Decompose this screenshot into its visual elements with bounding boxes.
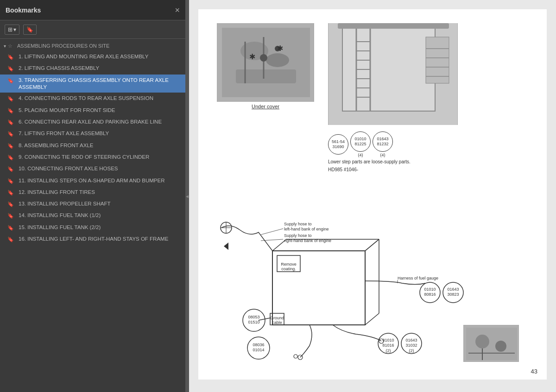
section-header: ▾ ☆ ASSEMBLING PROCEDURES ON SITE <box>0 41 185 51</box>
svg-line-47 <box>261 229 283 235</box>
svg-text:left-hand bank of engine: left-hand bank of engine <box>284 227 329 231</box>
bookmark-item-9[interactable]: 🔖9. CONNECTING TIE ROD OF STEERING CYLIN… <box>0 151 185 163</box>
bookmark-ribbon-icon: 🔖 <box>7 166 15 172</box>
resize-handle[interactable] <box>185 0 189 392</box>
view-options-button[interactable]: ⊞ ▾ <box>5 25 19 35</box>
bookmark-item-5[interactable]: 🔖5. PLACING MOUNT FOR FRONT SIDE <box>0 105 185 116</box>
bookmark-ribbon-icon: 🔖 <box>7 54 15 60</box>
bookmark-item-16[interactable]: 🔖16. INSTALLING LEFT- AND RIGHT-HAND STA… <box>0 233 185 245</box>
svg-text:✱: ✱ <box>249 53 255 61</box>
bookmarks-list: ▾ ☆ ASSEMBLING PROCEDURES ON SITE 🔖1. LI… <box>0 39 185 392</box>
svg-rect-74 <box>466 328 517 360</box>
bookmark-ribbon-icon: 🔖 <box>7 119 15 125</box>
bookmark-item-label: 6. CONNECTING REAR AXLE AND PARKING BRAK… <box>19 118 182 125</box>
bookmark-item-4[interactable]: 🔖4. CONNECTING RODS TO REAR AXLE SUSPENS… <box>0 93 185 104</box>
svg-text:01510: 01510 <box>248 320 259 324</box>
svg-text:Ground: Ground <box>270 316 284 320</box>
sidebar: Bookmarks × ⊞ ▾ 🔖 ▾ ☆ ASSEMBLING PROCEDU… <box>0 0 185 392</box>
under-cover-image-area: ✱ ✱ Under cover <box>217 23 314 109</box>
bookmark-item-11[interactable]: 🔖11. INSTALLING STEPS ON A-SHAPED ARM AN… <box>0 175 185 187</box>
svg-text:81016: 81016 <box>382 343 394 348</box>
bookmark-item-label: 8. ASSEMBLING FRONT AXLE <box>19 142 182 149</box>
svg-text:01010: 01010 <box>382 338 394 342</box>
svg-text:01643: 01643 <box>405 338 417 342</box>
bookmark-ribbon-icon: 🔖 <box>7 77 15 84</box>
svg-marker-44 <box>224 243 228 250</box>
bookmark-ribbon-icon: 🔖 <box>7 95 15 102</box>
bookmark-item-label: 4. CONNECTING RODS TO REAR AXLE SUSPENSI… <box>19 95 182 102</box>
right-structure-photo <box>328 23 458 125</box>
svg-point-7 <box>260 54 267 62</box>
bookmark-item-label: 11. INSTALLING STEPS ON A-SHAPED ARM AND… <box>19 177 182 184</box>
bookmark-add-button[interactable]: 🔖 <box>23 25 37 35</box>
bookmark-item-label: 1. LIFTING AND MOUNTING REAR AXLE ASSEMB… <box>19 53 182 60</box>
lower-step-note: Lower step parts are loose-supply parts. <box>328 159 411 164</box>
svg-text:01643: 01643 <box>447 287 459 292</box>
bookmark-item-15[interactable]: 🔖15. INSTALLING FUEL TANK (2/2) <box>0 222 185 233</box>
svg-text:08036: 08036 <box>253 342 264 347</box>
top-right-parts-area: 561-54 31690 01010 81225 (4) <box>328 128 458 172</box>
bookmark-item-12[interactable]: 🔖12. INSTALLING FRONT TIRES <box>0 187 185 198</box>
svg-text:✱: ✱ <box>277 44 283 52</box>
bookmark-ribbon-icon: 🔖 <box>7 143 15 149</box>
bottom-technical-diagram: Remove coating. Ground cable Supply hose… <box>217 191 476 362</box>
close-button[interactable]: × <box>175 6 180 14</box>
part-qty-4b: (4) <box>380 153 385 157</box>
bookmark-ribbon-icon: 🔖 <box>7 201 15 207</box>
bookmark-item-13[interactable]: 🔖13. INSTALLING PROPELLER SHAFT <box>0 198 185 210</box>
bookmark-ribbon-icon: 🔖 <box>7 212 15 219</box>
bookmark-item-label: 15. INSTALLING FUEL TANK (2/2) <box>19 224 182 231</box>
svg-text:30823: 30823 <box>447 292 459 297</box>
svg-text:right-hand bank of engine: right-hand bank of engine <box>284 238 331 243</box>
svg-point-76 <box>495 341 506 352</box>
part-badge-561: 561-54 31690 <box>328 134 348 155</box>
svg-point-75 <box>475 335 489 348</box>
bookmark-ribbon-icon: 🔖 <box>7 65 15 72</box>
sidebar-toolbar: ⊞ ▾ 🔖 <box>0 20 185 39</box>
expand-arrow-icon: ▾ <box>4 44 6 49</box>
bookmark-ribbon-icon: 🔖 <box>7 224 15 231</box>
hd-note: HD985 #1046- <box>328 167 458 172</box>
bookmark-ribbon-icon: 🔖 <box>7 236 15 243</box>
sidebar-title: Bookmarks <box>6 6 41 14</box>
svg-text:cable: cable <box>272 320 282 325</box>
svg-text:coating.: coating. <box>281 267 296 271</box>
top-right-part-numbers: 561-54 31690 01010 81225 (4) <box>328 131 458 157</box>
svg-text:31032: 31032 <box>405 343 417 348</box>
bookmark-item-3[interactable]: 🔖3. TRANSFERRING CHASSIS ASSEMBLY ONTO R… <box>0 75 185 93</box>
svg-rect-22 <box>338 23 449 29</box>
under-cover-svg: ✱ ✱ <box>217 23 314 102</box>
section-label: ASSEMBLING PROCEDURES ON SITE <box>17 43 109 49</box>
bookmark-item-label: 12. INSTALLING FRONT TIRES <box>19 189 182 196</box>
bookmark-item-14[interactable]: 🔖14. INSTALLING FUEL TANK (1/2) <box>0 210 185 221</box>
bottom-photo-svg <box>464 325 519 362</box>
part-qty-4a: (4) <box>358 153 363 157</box>
bookmark-item-7[interactable]: 🔖7. LIFTING FRONT AXLE ASSEMBLY <box>0 128 185 139</box>
top-images-row: ✱ ✱ Under cover <box>217 23 528 172</box>
part-badge-01643-81232: 01643 81232 <box>373 131 393 152</box>
view-grid-icon: ⊞ <box>8 26 13 33</box>
bookmark-ribbon-icon: 🔖 <box>7 107 15 114</box>
bookmark-item-6[interactable]: 🔖6. CONNECTING REAR AXLE AND PARKING BRA… <box>0 116 185 128</box>
svg-point-71 <box>294 355 297 358</box>
bookmark-item-2[interactable]: 🔖2. LIFTING CHASSIS ASSEMBLY <box>0 62 185 74</box>
under-cover-label: Under cover <box>252 104 279 109</box>
svg-text:80816: 80816 <box>424 292 436 297</box>
bookmark-item-1[interactable]: 🔖1. LIFTING AND MOUNTING REAR AXLE ASSEM… <box>0 51 185 62</box>
svg-rect-1 <box>222 28 310 97</box>
right-structure-svg <box>329 23 457 125</box>
bookmark-ribbon-icon: 🔖 <box>7 178 15 184</box>
bookmark-item-label: 16. INSTALLING LEFT- AND RIGHT-HAND STAY… <box>19 236 182 243</box>
supply-hose-right-label: Supply hose to <box>284 233 312 238</box>
bookmark-item-10[interactable]: 🔖10. CONNECTING FRONT AXLE HOSES <box>0 163 185 174</box>
page-number: 43 <box>531 368 537 375</box>
supply-hose-left-label: Supply hose to <box>284 222 312 226</box>
sidebar-header: Bookmarks × <box>0 0 185 20</box>
bookmark-item-label: 2. LIFTING CHASSIS ASSEMBLY <box>19 65 182 72</box>
bottom-right-photo <box>463 325 519 362</box>
bookmark-item-label: 10. CONNECTING FRONT AXLE HOSES <box>19 165 182 172</box>
bookmark-item-label: 13. INSTALLING PROPELLER SHAFT <box>19 200 182 207</box>
bookmark-ribbon-icon: 🔖 <box>7 189 15 196</box>
bookmark-item-8[interactable]: 🔖8. ASSEMBLING FRONT AXLE <box>0 140 185 151</box>
svg-text:08053: 08053 <box>248 315 259 319</box>
